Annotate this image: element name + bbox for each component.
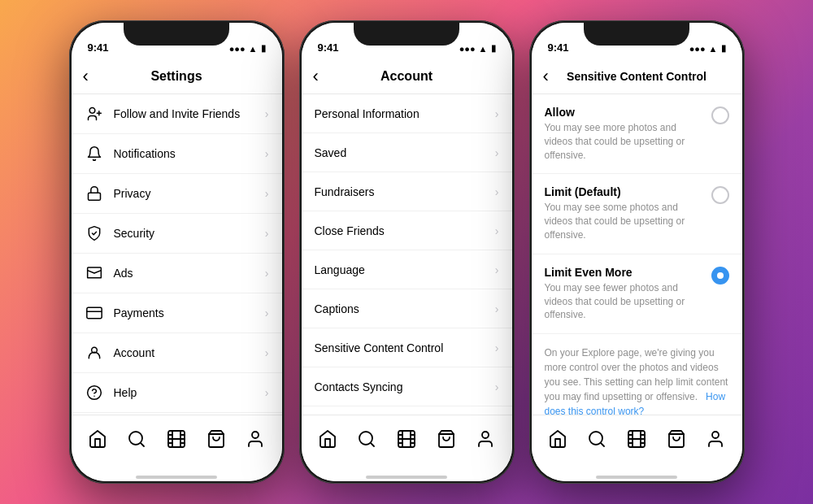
- tab-shop-1[interactable]: [205, 428, 228, 450]
- svg-rect-3: [88, 193, 100, 200]
- tab-reels-1[interactable]: [165, 428, 188, 450]
- personal-info-label: Personal Information: [315, 107, 495, 120]
- tab-shop-2[interactable]: [435, 428, 458, 450]
- svg-point-35: [482, 432, 489, 438]
- menu-fundraisers[interactable]: Fundraisers ›: [302, 172, 512, 211]
- chevron-pi: ›: [495, 107, 499, 120]
- signal-icon-2: ●●●: [459, 44, 476, 54]
- follow-label: Follow and Invite Friends: [114, 107, 265, 120]
- tab-reels-2[interactable]: [395, 428, 418, 450]
- menu-privacy[interactable]: Privacy ›: [72, 174, 282, 214]
- menu-sharing[interactable]: Sharing to Other Apps ›: [302, 406, 512, 415]
- tab-reels-3[interactable]: [625, 428, 648, 450]
- back-button-2[interactable]: ‹: [313, 66, 319, 87]
- back-button-3[interactable]: ‹: [543, 66, 549, 87]
- option-limit-default[interactable]: Limit (Default) You may see some photos …: [532, 174, 742, 254]
- svg-point-7: [87, 386, 101, 400]
- chevron-cf: ›: [495, 224, 499, 237]
- tab-home-1[interactable]: [86, 428, 109, 450]
- chevron-follow: ›: [265, 107, 269, 120]
- menu-follow[interactable]: Follow and Invite Friends ›: [72, 94, 282, 134]
- wifi-icon-2: ▲: [479, 44, 488, 54]
- nav-title-2: Account: [380, 69, 433, 84]
- radio-limit-more[interactable]: [711, 267, 729, 285]
- option-limit-more-text: Limit Even More You may see fewer photos…: [545, 266, 702, 322]
- menu-payments[interactable]: Payments ›: [72, 293, 282, 333]
- wifi-icon-3: ▲: [709, 44, 718, 54]
- menu-contacts-syncing[interactable]: Contacts Syncing ›: [302, 367, 512, 406]
- menu-ads[interactable]: Ads ›: [72, 254, 282, 293]
- tab-shop-3[interactable]: [665, 428, 688, 450]
- nav-bar-2: ‹ Account: [302, 59, 512, 94]
- home-indicator-3: [532, 473, 742, 481]
- privacy-label: Privacy: [114, 187, 265, 200]
- back-button-1[interactable]: ‹: [83, 66, 89, 87]
- status-time-3: 9:41: [548, 41, 569, 54]
- svg-point-0: [89, 108, 95, 114]
- option-limit-more[interactable]: Limit Even More You may see fewer photos…: [532, 254, 742, 334]
- menu-personal-info[interactable]: Personal Information ›: [302, 94, 512, 133]
- tab-profile-2[interactable]: [474, 428, 497, 450]
- menu-help[interactable]: Help ›: [72, 373, 282, 413]
- info-paragraph: On your Explore page, we're giving you m…: [532, 334, 742, 415]
- menu-captions[interactable]: Captions ›: [302, 289, 512, 328]
- battery-icon: ▮: [261, 43, 266, 54]
- svg-point-47: [712, 432, 719, 438]
- saved-label: Saved: [315, 146, 495, 159]
- tab-profile-1[interactable]: [244, 428, 267, 450]
- tab-home-2[interactable]: [316, 428, 339, 450]
- menu-language[interactable]: Language ›: [302, 250, 512, 289]
- status-time-2: 9:41: [318, 41, 339, 54]
- nav-bar-1: ‹ Settings: [72, 59, 282, 94]
- tab-search-3[interactable]: [585, 428, 608, 450]
- nav-bar-3: ‹ Sensitive Content Control: [532, 59, 742, 94]
- signal-icon: ●●●: [229, 44, 246, 54]
- phone-account: 9:41 ●●● ▲ ▮ ‹ Account Personal Informat…: [299, 20, 515, 484]
- nav-title-3: Sensitive Content Control: [567, 70, 706, 83]
- notch-1: [124, 23, 229, 46]
- menu-account[interactable]: Account ›: [72, 333, 282, 373]
- status-icons-2: ●●● ▲ ▮: [459, 43, 496, 54]
- menu-close-friends[interactable]: Close Friends ›: [302, 211, 512, 250]
- option-allow[interactable]: Allow You may see more photos and videos…: [532, 94, 742, 174]
- payments-icon: [85, 303, 104, 323]
- menu-security[interactable]: Security ›: [72, 214, 282, 254]
- chevron-saved: ›: [495, 146, 499, 159]
- tab-profile-3[interactable]: [704, 428, 727, 450]
- chevron-account: ›: [265, 346, 269, 359]
- option-allow-title: Allow: [545, 106, 702, 119]
- chevron-notifications: ›: [265, 147, 269, 160]
- chevron-ads: ›: [265, 267, 269, 280]
- option-limit-default-title: Limit (Default): [545, 185, 702, 198]
- tab-bar-3: [532, 415, 742, 473]
- svg-line-13: [141, 442, 144, 445]
- menu-sensitive[interactable]: Sensitive Content Control ›: [302, 328, 512, 367]
- notifications-label: Notifications: [114, 147, 265, 160]
- battery-icon-3: ▮: [721, 43, 726, 54]
- settings-content[interactable]: Follow and Invite Friends › Notification…: [72, 94, 282, 415]
- tab-home-3[interactable]: [546, 428, 569, 450]
- menu-saved[interactable]: Saved ›: [302, 133, 512, 172]
- radio-allow[interactable]: [711, 106, 729, 124]
- tab-search-1[interactable]: [125, 428, 148, 450]
- account-content[interactable]: Personal Information › Saved › Fundraise…: [302, 94, 512, 415]
- contacts-syncing-label: Contacts Syncing: [315, 380, 495, 393]
- tab-search-2[interactable]: [355, 428, 378, 450]
- radio-limit-default[interactable]: [711, 186, 729, 204]
- svg-point-23: [252, 432, 259, 438]
- option-limit-default-text: Limit (Default) You may see some photos …: [545, 185, 702, 241]
- svg-rect-4: [86, 307, 101, 318]
- nav-title-1: Settings: [150, 69, 202, 84]
- ads-label: Ads: [114, 267, 265, 280]
- option-allow-desc: You may see more photos and videos that …: [545, 121, 702, 162]
- close-friends-label: Close Friends: [315, 224, 495, 237]
- chevron-fundraisers: ›: [495, 185, 499, 198]
- sensitive-content-screen[interactable]: Allow You may see more photos and videos…: [532, 94, 742, 415]
- menu-notifications[interactable]: Notifications ›: [72, 134, 282, 174]
- status-time-1: 9:41: [88, 41, 109, 54]
- notifications-icon: [85, 144, 104, 163]
- account-label: Account: [114, 346, 265, 359]
- status-icons-1: ●●● ▲ ▮: [229, 43, 266, 54]
- status-bar-1: 9:41 ●●● ▲ ▮: [72, 23, 282, 59]
- option-limit-more-title: Limit Even More: [545, 266, 702, 279]
